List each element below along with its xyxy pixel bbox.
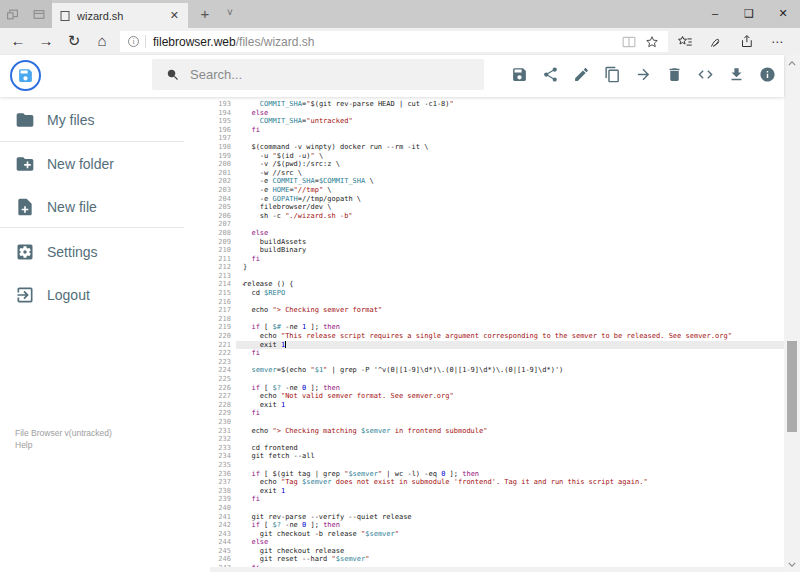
code-line[interactable]: 241 git rev-parse --verify --quiet relea… <box>210 513 784 522</box>
code-line[interactable]: 226 if [ $? -ne 0 ]; then <box>210 384 784 393</box>
code-line[interactable]: 208 else <box>210 229 784 238</box>
home-button[interactable]: ⌂ <box>88 28 116 55</box>
sidebar-item-new-file[interactable]: New file <box>0 193 210 221</box>
code-line[interactable]: 196 fi <box>210 126 784 135</box>
code-view-icon[interactable] <box>697 66 714 83</box>
scrollbar-thumb[interactable] <box>787 341 797 432</box>
code-line[interactable]: 225 <box>210 375 784 384</box>
code-line[interactable]: 230 <box>210 418 784 427</box>
code-line[interactable]: 236 if [ $(git tag | grep "$semver" | wc… <box>210 470 784 479</box>
code-line[interactable]: 207 <box>210 220 784 229</box>
sidebar-item-settings[interactable]: Settings <box>0 238 210 266</box>
code-line[interactable]: 238 exit 1 <box>210 487 784 496</box>
browser-tab[interactable]: wizard.sh ✕ <box>52 3 188 28</box>
code-line[interactable]: 234 git fetch --all <box>210 452 784 461</box>
code-line[interactable]: 217 echo "> Checking semver format" <box>210 306 784 315</box>
minimize-button[interactable]: – <box>698 0 732 28</box>
code-line[interactable]: 231 echo "> Checking matching $semver in… <box>210 427 784 436</box>
code-line[interactable]: 232 <box>210 435 784 444</box>
code-line[interactable]: 216 <box>210 298 784 307</box>
code-line[interactable]: 211 fi <box>210 255 784 264</box>
code-editor[interactable]: 193 COMMIT_SHA="$(git rev-parse HEAD | c… <box>210 97 784 567</box>
code-line[interactable]: 243 git checkout -b release "$semver" <box>210 530 784 539</box>
editor-hscrollbar[interactable] <box>210 567 784 572</box>
tab-close-icon[interactable]: ✕ <box>168 9 181 22</box>
share-icon[interactable] <box>740 34 755 49</box>
code-line[interactable]: 224 semver=$(echo "$1" | grep -P '^v(0|[… <box>210 366 784 375</box>
favorite-star-icon[interactable] <box>645 35 659 49</box>
code-line[interactable]: 228 exit 1 <box>210 401 784 410</box>
address-bar[interactable]: i filebrowser.web /files/wizard.sh <box>120 31 668 52</box>
code-line[interactable]: 212} <box>210 263 784 272</box>
scroll-up-icon[interactable] <box>784 55 800 71</box>
scroll-down-icon[interactable] <box>784 556 800 572</box>
search-bar[interactable] <box>152 59 484 90</box>
delete-icon[interactable] <box>666 66 683 83</box>
code-line[interactable]: 245 git checkout release <box>210 547 784 556</box>
code-line[interactable]: 193 COMMIT_SHA="$(git rev-parse HEAD | c… <box>210 100 784 109</box>
close-button[interactable]: ✕ <box>766 0 800 28</box>
fold-arrow-icon[interactable]: ▾ <box>242 280 245 289</box>
tabs-set-aside-icon[interactable] <box>6 8 19 21</box>
code-line[interactable]: 244 else <box>210 538 784 547</box>
search-input[interactable] <box>190 67 440 82</box>
code-line[interactable]: 242 if [ $? -ne 0 ]; then <box>210 521 784 530</box>
settings-more-icon[interactable]: ⋯ <box>771 35 784 49</box>
code-line[interactable]: 197 <box>210 134 784 143</box>
code-line[interactable]: 198 $(command -v winpty) docker run --rm… <box>210 143 784 152</box>
code-line[interactable]: 213 <box>210 272 784 281</box>
code-line[interactable]: 214▾release () { <box>210 280 784 289</box>
refresh-button[interactable]: ↻ <box>60 28 88 55</box>
code-line[interactable]: 239 fi <box>210 495 784 504</box>
save-icon[interactable] <box>511 66 528 83</box>
code-line[interactable]: 240 <box>210 504 784 513</box>
code-line[interactable]: 202 -e COMMIT_SHA=$COMMIT_SHA \ <box>210 177 784 186</box>
code-line[interactable]: 221 exit 1 <box>210 341 784 350</box>
code-line[interactable]: 201 -w //src \ <box>210 169 784 178</box>
back-button[interactable]: ← <box>4 28 32 55</box>
code-line[interactable]: 222 fi <box>210 349 784 358</box>
move-icon[interactable] <box>635 66 652 83</box>
code-line[interactable]: 206 sh -c "./wizard.sh -b" <box>210 212 784 221</box>
code-line[interactable]: 233 cd frontend <box>210 444 784 453</box>
code-line[interactable]: 195 COMMIT_SHA="untracked" <box>210 117 784 126</box>
page-scrollbar[interactable] <box>784 55 800 572</box>
maximize-button[interactable]: ❑ <box>732 0 766 28</box>
forward-button[interactable]: → <box>32 28 60 55</box>
help-link[interactable]: Help <box>15 439 112 451</box>
code-line[interactable]: 210 buildBinary <box>210 246 784 255</box>
favorites-hub-icon[interactable] <box>677 35 693 49</box>
web-notes-pen-icon[interactable] <box>709 34 724 49</box>
code-line[interactable]: 246 git reset --hard "$semver" <box>210 555 784 564</box>
sidebar-item-logout[interactable]: Logout <box>0 281 210 309</box>
code-line[interactable]: 218 <box>210 315 784 324</box>
edit-icon[interactable] <box>573 66 590 83</box>
sidebar-item-new-folder[interactable]: New folder <box>0 150 210 178</box>
filebrowser-logo[interactable] <box>10 60 41 91</box>
code-line[interactable]: 200 -v /$(pwd):/src:z \ <box>210 160 784 169</box>
download-icon[interactable] <box>728 66 745 83</box>
code-line[interactable]: 235 <box>210 461 784 470</box>
site-info-icon[interactable]: i <box>128 36 139 47</box>
info-icon[interactable] <box>759 66 776 83</box>
tab-preview-chevron-icon[interactable]: ˅ <box>218 0 242 28</box>
code-line[interactable]: 237 echo "Tag $semver does not exist in … <box>210 478 784 487</box>
tab-preview-icon[interactable] <box>32 8 46 21</box>
code-line[interactable]: 204 -e GOPATH=//tmp/gopath \ <box>210 195 784 204</box>
copy-icon[interactable] <box>604 66 621 83</box>
share-file-icon[interactable] <box>542 66 559 83</box>
sidebar-item-my-files[interactable]: My files <box>0 106 210 134</box>
code-line[interactable]: 223 <box>210 358 784 367</box>
code-line[interactable]: 194 else <box>210 109 784 118</box>
code-line[interactable]: 219 if [ $# -ne 1 ]; then <box>210 323 784 332</box>
code-line[interactable]: 203 -e HOME="//tmp" \ <box>210 186 784 195</box>
code-line[interactable]: 229 fi <box>210 409 784 418</box>
new-tab-button[interactable]: + <box>192 0 218 28</box>
code-line[interactable]: 215 cd $REPO <box>210 289 784 298</box>
code-line[interactable]: 220 echo "This release script requires a… <box>210 332 784 341</box>
code-line[interactable]: 209 buildAssets <box>210 238 784 247</box>
code-line[interactable]: 199 -u "$(id -u)" \ <box>210 152 784 161</box>
reading-view-icon[interactable] <box>622 36 636 48</box>
code-line[interactable]: 227 echo "Not valid semver format. See s… <box>210 392 784 401</box>
code-line[interactable]: 205 filebrowser/dev \ <box>210 203 784 212</box>
